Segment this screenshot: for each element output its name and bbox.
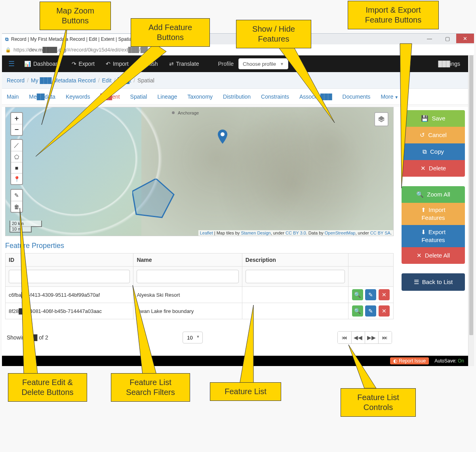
cancel-button[interactable]: ↺Cancel [402, 127, 465, 143]
window-maximize-button[interactable]: ▢ [438, 34, 456, 43]
menu-toggle-icon[interactable]: ☰ [5, 58, 18, 70]
breadcrumb-edit[interactable]: Edit [102, 77, 112, 84]
callout-filters: Feature List Search Filters [111, 373, 190, 402]
page-size-select[interactable]: 10 [183, 332, 203, 343]
feature-action-buttons: 🔍Zoom All ⬆ImportFeatures ⬇ExportFeature… [402, 186, 465, 264]
nav-publish[interactable]: Publish [135, 58, 163, 69]
edit-feature-button[interactable]: ✎ [11, 190, 22, 201]
pager-first-button[interactable]: ⏮ [338, 332, 351, 343]
tab-lineage[interactable]: Lineage [157, 93, 177, 100]
tab-constraints[interactable]: Constraints [261, 93, 289, 100]
window-minimize-button[interactable]: — [421, 34, 438, 43]
city-label: Anchorage [178, 111, 199, 115]
draw-rectangle-button[interactable]: ■ [11, 162, 22, 173]
row-delete-button[interactable]: ✕ [379, 305, 390, 317]
svg-point-1 [221, 132, 225, 136]
draw-marker-button[interactable]: 📍 [11, 173, 22, 184]
save-button[interactable]: 💾Save [402, 110, 465, 127]
tab-distribution[interactable]: Distribution [223, 93, 251, 100]
tab-taxonomy[interactable]: Taxonomy [187, 93, 213, 100]
row-delete-button[interactable]: ✕ [379, 289, 390, 300]
breadcrumb: Record/ My ███ Metadata Record/ Edit/ ██… [2, 72, 468, 89]
feature-properties-title: Feature Properties [5, 242, 394, 250]
report-issue-button[interactable]: ◐Report Issue [390, 357, 429, 364]
search-icon: 🔍 [354, 292, 361, 298]
tab-more[interactable]: More▼ [381, 93, 398, 100]
breadcrumb-record[interactable]: Record [7, 77, 25, 84]
callout-show-hide: Show / Hide Features [236, 20, 311, 48]
pager-last-button[interactable]: ⏭ [378, 332, 392, 343]
callout-add-feature: Add Feature Buttons [131, 18, 210, 47]
app-footer: ◐Report Issue AutoSave: On [2, 356, 468, 366]
profile-select[interactable]: Choose profile ▼ [238, 58, 288, 69]
breadcrumb-my-record[interactable]: My ███ Metadata Record [31, 77, 96, 84]
showing-label: Showing ██ of 2 [7, 334, 48, 341]
tab-extent[interactable]: ███ent [100, 93, 120, 100]
search-icon: 🔍 [354, 308, 361, 314]
delete-feature-button[interactable]: 🗑 [11, 201, 22, 212]
row-edit-button[interactable]: ✎ [365, 289, 376, 300]
export-icon: ↷ [72, 61, 76, 67]
window-close-button[interactable]: ✕ [456, 34, 474, 43]
tab-documents[interactable]: Documents [343, 93, 371, 100]
zoom-in-button[interactable]: + [11, 113, 22, 124]
zoom-all-button[interactable]: 🔍Zoom All [402, 186, 465, 203]
breadcrumb-extent[interactable]: ███t [118, 77, 131, 84]
tab-main[interactable]: Main [7, 93, 19, 100]
draw-line-button[interactable]: ／ [11, 140, 22, 151]
download-icon: ⬇ [421, 229, 426, 236]
col-description: Description [242, 254, 348, 267]
pager-next-button[interactable]: ▶▶ [365, 332, 378, 343]
row-edit-button[interactable]: ✎ [365, 305, 376, 317]
callout-list-controls: Feature List Controls [341, 388, 416, 417]
dashboard-icon: 📊 [24, 61, 31, 67]
github-icon: ◐ [393, 358, 397, 364]
import-features-button[interactable]: ⬆ImportFeatures [402, 203, 465, 225]
cell-id: c6fba██-f413-4309-9511-64bf99a570af [6, 287, 133, 303]
chevron-down-icon: ▼ [394, 95, 398, 99]
tab-metadata[interactable]: Me██data [29, 93, 55, 100]
x-icon: ✕ [382, 308, 387, 314]
tab-spatial[interactable]: Spatial [130, 93, 147, 100]
autosave-status: AutoSave: On [434, 358, 464, 364]
layers-button[interactable] [374, 112, 388, 126]
nav-import[interactable]: ↶Import [101, 58, 133, 69]
draw-polygon-button[interactable]: ⬠ [11, 151, 22, 162]
zoom-out-button[interactable]: − [11, 124, 22, 135]
filter-id-input[interactable] [9, 270, 130, 283]
tab-associated[interactable]: Associat███ [299, 93, 332, 100]
pager-prev-button[interactable]: ◀◀ [351, 332, 365, 343]
col-actions [348, 254, 393, 267]
copy-button[interactable]: ⧉Copy [402, 143, 465, 160]
delete-all-button[interactable]: ✕Delete All [402, 247, 465, 264]
cell-name: Alyeska Ski Resort [133, 287, 242, 303]
feature-marker[interactable] [218, 130, 227, 144]
cell-desc [242, 287, 348, 303]
row-zoom-button[interactable]: 🔍 [352, 289, 363, 300]
tab-keywords[interactable]: Keywords [66, 93, 90, 100]
filter-desc-input[interactable] [246, 270, 345, 283]
filter-name-input[interactable] [137, 270, 238, 283]
export-features-button[interactable]: ⬇ExportFeatures [402, 225, 465, 247]
scale-control: 20 km 10 mi [10, 221, 42, 232]
scrollbar[interactable] [468, 55, 474, 366]
cell-desc [242, 303, 348, 319]
callout-import-export: Import & Export Feature Buttons [348, 1, 439, 29]
map-zoom-control: + − [10, 112, 23, 136]
feature-polygon[interactable] [132, 179, 176, 218]
app-logo-icon: ⧉ [5, 36, 9, 42]
delete-button[interactable]: ✕Delete [402, 160, 465, 177]
nav-translate[interactable]: ⇄Translate [164, 58, 204, 69]
back-to-list-button[interactable]: ☰Back to List [402, 273, 465, 291]
save-icon: 💾 [421, 115, 428, 122]
list-icon: ☰ [414, 278, 419, 286]
table-row: c6fba██-f413-4309-9511-64bf99a570af Alye… [6, 287, 394, 303]
nav-settings[interactable]: ███ings [434, 58, 465, 69]
nav-export[interactable]: ↷Export [67, 58, 99, 69]
app-navbar: ☰ 📊Dashboard ↷Export ↶Import Publish ⇄Tr… [2, 55, 468, 72]
pager-row: Showing ██ of 2 10 ⏮ ◀◀ ▶▶ ⏭ [5, 331, 394, 344]
nav-dashboard[interactable]: 📊Dashboard [19, 58, 65, 69]
map[interactable]: Anchorage + − ／ ⬠ ■ 📍 ✎ 🗑 [5, 107, 394, 236]
row-zoom-button[interactable]: 🔍 [352, 305, 363, 317]
x-icon: ✕ [382, 292, 387, 298]
